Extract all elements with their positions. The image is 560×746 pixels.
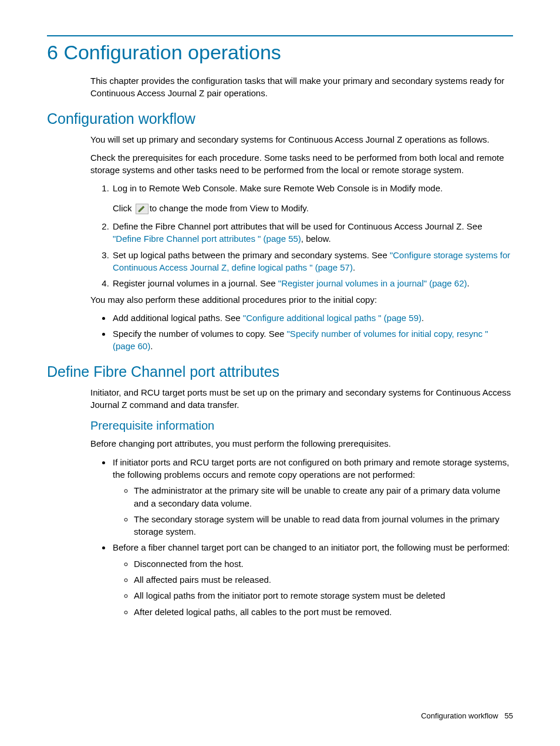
document-page: 6 Configuration operations This chapter … (0, 0, 560, 746)
step-4: Register journal volumes in a journal. S… (112, 277, 513, 289)
subsection-prereq: Prerequisite information (90, 419, 513, 433)
step-1b-post: to change the mode from View to Modify. (150, 203, 309, 213)
fc-port-p1: Initiator, and RCU target ports must be … (90, 386, 513, 411)
prereq-b1s2: The secondary storage system will be una… (134, 513, 513, 538)
chapter-heading: 6 Configuration operations (47, 41, 513, 64)
prereq-b1: If initiator ports and RCU target ports … (112, 456, 513, 538)
bullet1-pre: Add additional logical paths. See (113, 313, 243, 323)
step-1b-pre: Click (113, 203, 134, 213)
bullet2-post: . (150, 341, 153, 351)
step-4-post: . (467, 278, 469, 288)
workflow-p1: You will set up primary and secondary sy… (90, 133, 513, 146)
prereq-b2s3: All logical paths from the initiator por… (134, 589, 513, 602)
footer-text: Configuration workflow (421, 711, 498, 720)
bullet-specify-volumes: Specify the number of volumes to copy. S… (112, 328, 513, 353)
prereq-b2s4: After deleted logical paths, all cables … (134, 606, 513, 618)
workflow-p3: You may also perform these additional pr… (90, 293, 513, 306)
section-config-workflow: Configuration workflow (47, 110, 513, 127)
page-footer: Configuration workflow 55 (421, 711, 513, 720)
prereq-b2-sub: Disconnected from the host. All affected… (113, 558, 513, 618)
modify-mode-icon (136, 204, 149, 214)
prereq-b2-text: Before a fiber channel target port can b… (113, 542, 510, 552)
prereq-b2: Before a fiber channel target port can b… (112, 541, 513, 617)
chapter-number: 6 (47, 41, 58, 63)
step-4-pre: Register journal volumes in a journal. S… (113, 278, 278, 288)
step-3: Set up logical paths between the primary… (112, 249, 513, 274)
bullet1-post: . (421, 313, 424, 323)
workflow-steps: Log in to Remote Web Console. Make sure … (90, 182, 513, 289)
footer-page: 55 (505, 711, 513, 720)
prereq-b1-text: If initiator ports and RCU target ports … (113, 457, 509, 480)
link-register-journal[interactable]: "Register journal volumes in a journal" … (278, 278, 467, 288)
prereq-bullets: If initiator ports and RCU target ports … (90, 456, 513, 618)
step-1: Log in to Remote Web Console. Make sure … (112, 182, 513, 214)
prereq-b1-sub: The administrator at the primary site wi… (113, 484, 513, 538)
section-define-fc-port: Define Fibre Channel port attributes (47, 363, 513, 380)
link-define-fc-port[interactable]: "Define Fibre Channel port attributes " … (113, 234, 301, 244)
step-3-post: . (353, 262, 355, 272)
prereq-b2s1: Disconnected from the host. (134, 558, 513, 570)
step-2-pre: Define the Fibre Channel port attributes… (113, 221, 483, 231)
step-2: Define the Fibre Channel port attributes… (112, 220, 513, 245)
top-rule (47, 35, 513, 36)
prereq-b1s1: The administrator at the primary site wi… (134, 484, 513, 509)
workflow-p2: Check the prerequisites for each procedu… (90, 151, 513, 177)
prereq-b2s2: All affected pairs must be released. (134, 573, 513, 586)
chapter-title: Configuration operations (63, 41, 281, 63)
chapter-intro: This chapter provides the configuration … (90, 75, 513, 100)
workflow-additional: Add additional logical paths. See "Confi… (90, 312, 513, 353)
step-2-post: , below. (301, 234, 331, 244)
prereq-p1: Before changing port attributes, you mus… (90, 437, 513, 450)
link-additional-paths[interactable]: "Configure additional logical paths " (p… (243, 313, 421, 323)
bullet-additional-paths: Add additional logical paths. See "Confi… (112, 312, 513, 324)
bullet2-pre: Specify the number of volumes to copy. S… (113, 329, 287, 339)
step-1-text: Log in to Remote Web Console. Make sure … (113, 183, 443, 193)
step-3-pre: Set up logical paths between the primary… (113, 250, 390, 260)
